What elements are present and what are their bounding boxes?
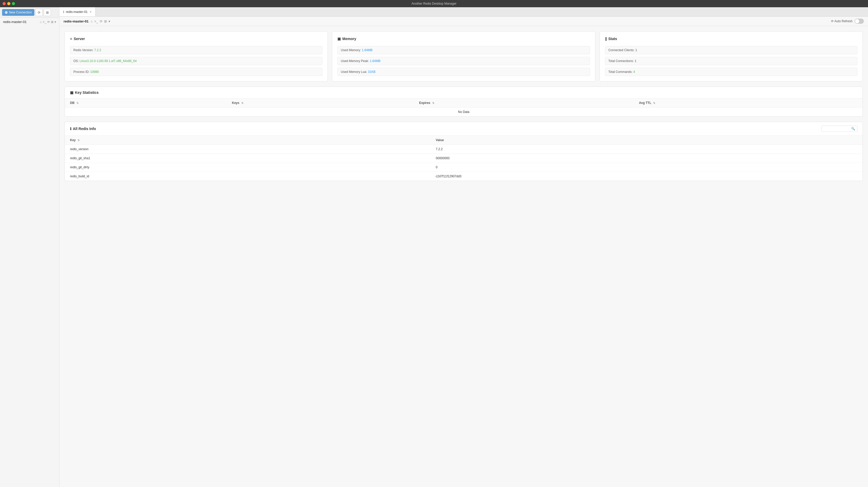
grid-icon[interactable]: ⊞ [51,20,54,24]
terminal-header-icon[interactable]: >_ [94,19,98,23]
connection-header: redis-master-01 ⌂ >_ ⟳ ⊞ ▾ ⟳ Auto Refres… [59,17,868,26]
os-value: Linux3.10.0-1160.99.1.el7.x86_64x86_64 [80,59,137,63]
app-title: Another Redis Desktop Manager [411,2,457,5]
used-memory-peak-row: Used Memory Peak: 1.64MB [337,57,590,65]
memory-icon: ▣ [337,37,341,41]
redis-version-label: Redis Version: [73,48,94,52]
redis-info-search-box[interactable]: 🔍 [821,125,858,132]
new-connection-button[interactable]: ⊕ New Connection [2,9,34,16]
key-statistics-header: ▦ Key Statistics [65,87,863,98]
app-body: ⊕ New Connection ⟳ ⊞ redis-master-01 ⌂ >… [0,7,868,487]
sort-icon-expires: ⇅ [432,102,434,105]
redis-info-table: Key ⇅ Value redis_version 7.2 [65,136,863,181]
process-id-value: 10980 [90,70,99,74]
auto-refresh-label: ⟳ Auto Refresh [831,19,852,23]
sidebar-toolbar: ⊕ New Connection ⟳ ⊞ [0,7,59,18]
tab-info-icon: ℹ [63,10,64,14]
table-row: redis_version 7.2.2 [65,145,863,154]
tab-redis-master-01[interactable]: ℹ redis-master-01 × [59,7,96,16]
connection-actions: ⌂ >_ ⟳ ⊞ ▾ [40,20,56,24]
maximize-button[interactable] [12,2,15,5]
redis-info-body: Key ⇅ Value redis_version 7.2 [65,136,863,181]
sidebar-connection-item[interactable]: redis-master-01 ⌂ >_ ⟳ ⊞ ▾ [0,18,59,26]
col-db[interactable]: DB ⇅ [65,98,227,108]
col-keys[interactable]: Keys ⇅ [227,98,414,108]
home-icon[interactable]: ⌂ [40,20,41,24]
menu-icon: ⊞ [46,10,49,15]
connection-header-right: ⟳ Auto Refresh [831,19,864,24]
connection-name: redis-master-01 [3,20,27,24]
connection-name-header: redis-master-01 [64,19,89,23]
used-memory-value: 1.64MB [362,48,373,52]
used-memory-peak-label: Used Memory Peak: [341,59,370,63]
sync-icon[interactable]: ⟳ [47,20,50,24]
col-expires[interactable]: Expires ⇅ [414,98,634,108]
redis-version-value: 7.2.2 [94,48,101,52]
col-avg-ttl[interactable]: Avg TTL ⇅ [634,98,863,108]
home-header-icon[interactable]: ⌂ [91,19,93,23]
chevron-down-icon[interactable]: ▾ [55,20,56,24]
redis-info-header: ℹ All Redis Info 🔍 [65,122,863,136]
page-content: ≡ Server Redis Version: 7.2.2 OS: Linux3… [59,26,868,191]
os-label: OS: [73,59,80,63]
process-id-label: Process ID: [73,70,90,74]
new-connection-label: New Connection [9,10,32,14]
redis-info-search-input[interactable] [824,127,851,131]
sidebar: ⊕ New Connection ⟳ ⊞ redis-master-01 ⌂ >… [0,7,59,487]
stats-card-title: ∥ Stats [605,37,858,41]
grid-header-icon[interactable]: ⊞ [104,19,107,23]
table-row: redis_git_dirty 0 [65,163,863,172]
menu-button[interactable]: ⊞ [44,9,51,16]
sort-icon-avg-ttl: ⇅ [653,102,655,105]
traffic-lights [3,2,15,5]
close-button[interactable] [3,2,6,5]
tab-label: redis-master-01 [66,10,88,14]
connected-clients-row: Connected Clients: 1 [605,46,858,54]
redis-info-value: 7.2.2 [431,145,863,154]
server-card: ≡ Server Redis Version: 7.2.2 OS: Linux3… [65,31,328,81]
minimize-button[interactable] [7,2,10,5]
refresh-icon: ⟳ [38,10,40,15]
used-memory-lua-label: Used Memory Lua: [341,70,368,74]
cards-row: ≡ Server Redis Version: 7.2.2 OS: Linux3… [65,31,863,81]
total-connections-row: Total Connections: 1 [605,57,858,65]
redis-info-value: 0 [431,163,863,172]
refresh-button[interactable]: ⟳ [35,9,43,16]
connected-clients-value: 1 [635,48,637,52]
process-id-row: Process ID: 10980 [70,68,322,76]
auto-refresh-toggle[interactable] [855,19,864,24]
os-row: OS: Linux3.10.0-1160.99.1.el7.x86_64x86_… [70,57,322,65]
no-data-message: No Data [65,108,863,117]
total-connections-label: Total Connections: [609,59,635,63]
chevron-header-icon[interactable]: ▾ [108,19,110,23]
refresh-header-icon[interactable]: ⟳ [100,19,102,23]
col-key[interactable]: Key ⇅ [65,136,431,145]
used-memory-lua-value: 31KB [368,70,375,74]
refresh-small-icon: ⟳ [831,19,834,23]
used-memory-row: Used Memory: 1.64MB [337,46,590,54]
redis-info-key: redis_git_dirty [65,163,431,172]
server-card-title: ≡ Server [70,37,322,41]
total-commands-row: Total Commands: 4 [605,68,858,76]
sort-icon-key: ⇅ [78,139,80,142]
title-bar: Another Redis Desktop Manager [0,0,868,7]
terminal-icon[interactable]: >_ [43,20,46,24]
memory-card: ▣ Memory Used Memory: 1.64MB Used Memory… [332,31,595,81]
redis-info-section: ℹ All Redis Info 🔍 [65,122,863,181]
redis-info-key: redis_git_sha1 [65,154,431,163]
used-memory-peak-value: 1.64MB [370,59,380,63]
tab-close-button[interactable]: × [90,10,92,14]
total-commands-value: 4 [633,70,635,74]
main-content: ℹ redis-master-01 × redis-master-01 ⌂ >_… [59,7,868,487]
redis-info-value: c2d7f11f12907dd3 [431,172,863,181]
sort-icon-db: ⇅ [76,102,79,105]
redis-info-key: redis_version [65,145,431,154]
col-value[interactable]: Value [431,136,863,145]
redis-version-row: Redis Version: 7.2.2 [70,46,322,54]
content-area: redis-master-01 ⌂ >_ ⟳ ⊞ ▾ ⟳ Auto Refres… [59,17,868,487]
server-icon: ≡ [70,37,72,41]
tab-bar: ℹ redis-master-01 × [59,7,868,17]
connection-header-icons: ⌂ >_ ⟳ ⊞ ▾ [91,19,110,23]
connected-clients-label: Connected Clients: [609,48,636,52]
redis-info-title: ℹ All Redis Info [70,127,96,131]
